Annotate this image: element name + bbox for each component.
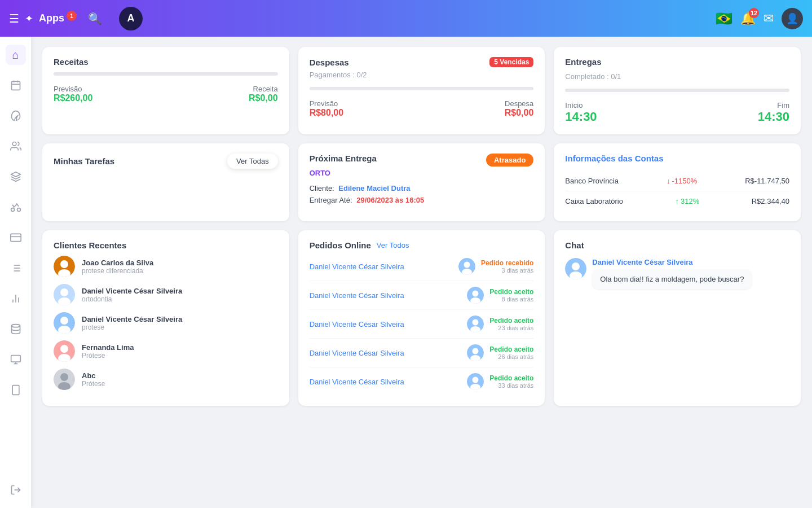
mail-icon[interactable]: ✉ [764,11,774,26]
clientes-card: Clientes Recentes Joao Carlos da Silva p… [42,230,289,406]
sidebar-item-calendar[interactable] [6,75,26,95]
receitas-card: Receitas Previsão R$260,00 Receita R$0,0… [42,47,289,134]
pedido-time: 23 dias atrás [489,325,533,331]
sidebar-item-database[interactable] [6,319,26,339]
svg-point-4 [12,142,16,146]
pedido-name[interactable]: Daniel Vicente César Silveira [310,262,404,271]
nav-right: 🇧🇷 🔔 12 ✉ 👤 [716,8,803,29]
receitas-receita-value: R$0,00 [249,93,278,103]
svg-point-57 [572,262,580,270]
contas-title-link[interactable]: Contas [635,154,664,163]
sidebar-item-chart[interactable] [6,288,26,309]
entregas-times-row: Início 14:30 Fim 14:30 [565,101,789,124]
proxima-entrega-card: Próxima Entrega ORTO Atrasado Cliente: E… [298,143,545,221]
despesas-despesa-value: R$0,00 [505,108,534,118]
svg-point-27 [60,260,68,268]
conta-pct-1: ↑ 312% [675,197,699,205]
search-icon[interactable]: 🔍 [88,12,102,25]
conta-value-0: R$-11.747,50 [745,177,789,185]
pedido-status: Pedido aceito [489,345,533,353]
pedido-status: Pedido aceito [489,317,533,325]
svg-rect-20 [11,356,20,362]
svg-point-51 [473,348,479,354]
sidebar-item-bike[interactable] [6,197,26,217]
pedido-time: 3 dias atrás [481,267,533,274]
list-item: Fernanda Lima Prótese [54,340,278,362]
despesas-values-row: Previsão R$80,00 Despesa R$0,00 [310,99,534,118]
contas-list: Banco Província ↓ -1150% R$-11.747,50 Ca… [565,171,789,211]
avatar [54,284,75,305]
svg-marker-5 [11,172,20,177]
sidebar-item-phone[interactable] [6,380,26,400]
svg-point-45 [473,291,479,297]
pedidos-header: Pedidos Online Ver Todos [310,240,534,250]
pedidos-title: Pedidos Online [310,240,371,250]
sidebar-item-layers[interactable] [6,167,26,187]
sidebar-item-card[interactable] [6,227,26,248]
list-item: Daniel Vicente César Silveira ortodontia [54,284,278,305]
sidebar-item-logout[interactable] [6,480,26,500]
pedido-status: Pedido aceito [489,288,533,296]
hamburger-icon[interactable]: ☰ [9,12,19,25]
pedido-time: 33 dias atrás [489,382,533,389]
proxima-cliente-name[interactable]: Edilene Maciel Dutra [338,184,410,192]
brazil-flag-icon: 🇧🇷 [716,11,732,27]
svg-point-30 [60,288,68,296]
pedido-name[interactable]: Daniel Vicente César Silveira [310,349,404,357]
contas-title: Informações das Contas [565,154,789,163]
topnav-logo: A [119,7,143,30]
despesas-subtitle: Pagamentos : 0/2 [310,71,534,79]
notifications[interactable]: 🔔 12 [740,11,756,26]
sidebar-item-monitor[interactable] [6,349,26,370]
pedido-name[interactable]: Daniel Vicente César Silveira [310,320,404,329]
conta-name-0: Banco Província [565,177,619,185]
avatar [467,316,484,332]
svg-point-33 [60,317,68,325]
pedido-name[interactable]: Daniel Vicente César Silveira [310,378,404,386]
pedido-name[interactable]: Daniel Vicente César Silveira [310,291,404,300]
client-name: Joao Carlos da Silva [82,259,153,267]
proxima-entregar-date: 29/06/2023 às 16:05 [356,196,424,204]
despesas-previsao-value: R$80,00 [310,108,344,118]
client-name: Fernanda Lima [82,343,134,352]
pedido-time: 8 dias atrás [489,296,533,303]
entregas-progress-bar [565,89,789,92]
user-avatar[interactable]: 👤 [782,8,803,29]
ver-todas-button[interactable]: Ver Todas [227,154,278,169]
pedido-time: 26 dias atrás [489,353,533,360]
sidebar-item-users[interactable] [6,136,26,156]
sidebar: ⌂ [0,37,31,508]
avatar [458,258,475,275]
client-service: protese diferenciada [82,267,153,275]
avatar [467,373,484,390]
list-item: Abc Prótese [54,369,278,390]
pedido-status: Pedido recebido [481,259,533,267]
conta-name-1: Caixa Laboratório [565,197,623,205]
list-item: Daniel Vicente César Silveira Pedido ace… [310,367,534,396]
pedido-status: Pedido aceito [489,374,533,382]
avatar [54,369,75,390]
receitas-values-row: Previsão R$260,00 Receita R$0,00 [54,85,278,103]
avatar [467,287,484,304]
despesas-badge: 5 Vencidas [489,57,533,67]
proxima-header: Próxima Entrega ORTO Atrasado [310,154,534,184]
svg-point-39 [60,373,68,381]
proxima-tag: ORTO [310,169,377,177]
list-item: Daniel Vicente César Silveira Pedido ace… [310,339,534,367]
ver-todos-link[interactable]: Ver Todos [377,241,409,249]
sidebar-item-leaf[interactable] [6,106,26,126]
receitas-progress-bar [54,72,278,76]
svg-point-7 [17,208,20,212]
topnav: ☰ ✦ Apps 1 🔍 A 🇧🇷 🔔 12 ✉ 👤 [0,0,812,37]
client-name: Abc [82,371,105,380]
sidebar-item-home[interactable]: ⌂ [6,45,26,65]
chat-bubble: Ola bom dia!! fiz a moldagem, pode busca… [592,269,752,289]
despesas-card: Despesas 5 Vencidas Pagamentos : 0/2 Pre… [298,47,545,134]
conta-value-1: R$2.344,40 [752,197,789,205]
despesas-progress-bar [310,87,534,90]
avatar [54,340,75,362]
proxima-cliente-label: Cliente: Edilene Maciel Dutra [310,184,534,192]
sidebar-item-list[interactable] [6,258,26,278]
avatar [467,344,484,361]
list-item: Daniel Vicente César Silveira Pedido ace… [310,310,534,339]
